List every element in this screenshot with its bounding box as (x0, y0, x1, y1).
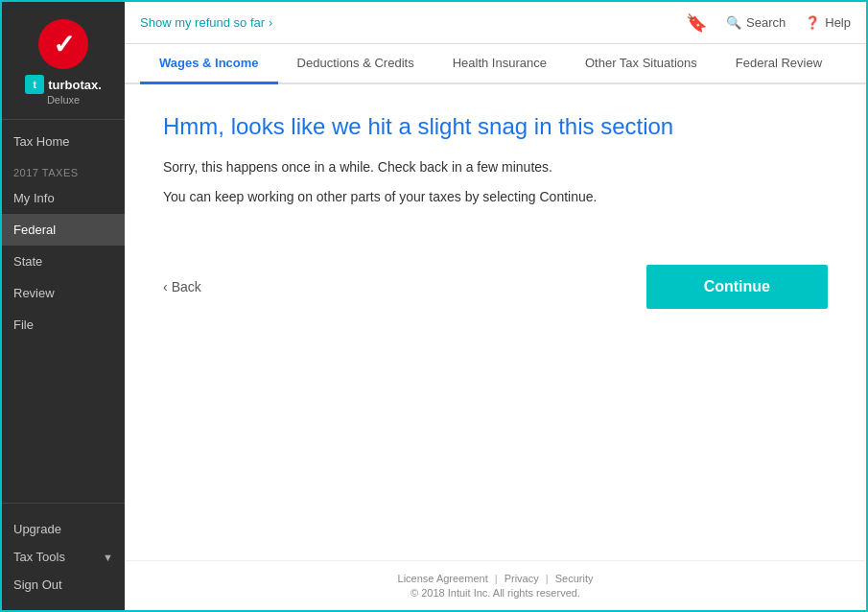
refund-label: Show my refund so far (140, 15, 265, 30)
search-label: Search (746, 15, 786, 30)
footer-sep-1: | (495, 573, 498, 584)
sidebar-bottom: Upgrade Tax Tools ▼ Sign Out (2, 503, 125, 610)
back-label: Back (172, 279, 201, 294)
help-label: Help (825, 15, 851, 30)
tt-logo-icon: t (25, 75, 44, 94)
continue-button[interactable]: Continue (646, 265, 828, 309)
footer: License Agreement | Privacy | Security ©… (125, 560, 866, 610)
tab-wages-income[interactable]: Wages & Income (140, 44, 278, 84)
search-button[interactable]: 🔍 Search (726, 15, 786, 30)
brand-subtitle: Deluxe (47, 94, 80, 106)
footer-copyright: © 2018 Intuit Inc. All rights reserved. (136, 587, 855, 599)
brand-row: t turbotax. (25, 75, 102, 94)
action-row: ‹ Back Continue (163, 265, 828, 309)
sidebar-section-label: 2017 TAXES (2, 157, 125, 182)
error-message-1: Sorry, this happens once in a while. Che… (163, 157, 828, 177)
tab-health-insurance[interactable]: Health Insurance (434, 44, 566, 84)
topbar-actions: 🔖 🔍 Search ❓ Help (686, 12, 851, 34)
back-arrow-icon: ‹ (163, 279, 168, 294)
sidebar-item-upgrade[interactable]: Upgrade (13, 515, 113, 543)
tab-federal-review[interactable]: Federal Review (716, 44, 841, 84)
help-button[interactable]: ❓ Help (805, 15, 851, 30)
footer-sep-2: | (546, 573, 549, 584)
sidebar-item-file[interactable]: File (2, 309, 125, 341)
footer-links: License Agreement | Privacy | Security (136, 573, 855, 584)
chevron-down-icon: ▼ (103, 552, 113, 563)
brand-name: turbotax. (48, 78, 102, 92)
sidebar-item-tax-tools[interactable]: Tax Tools ▼ (13, 543, 113, 571)
refund-link[interactable]: Show my refund so far › (140, 15, 272, 30)
sidebar-item-state[interactable]: State (2, 246, 125, 277)
search-icon: 🔍 (726, 15, 741, 30)
sidebar-item-tax-home[interactable]: Tax Home (2, 126, 125, 157)
check-icon: ✓ (53, 29, 75, 60)
footer-security[interactable]: Security (555, 573, 594, 584)
refund-arrow-icon: › (269, 15, 272, 30)
sidebar-item-review[interactable]: Review (2, 277, 125, 309)
bookmark-icon[interactable]: 🔖 (686, 12, 707, 34)
footer-license[interactable]: License Agreement (398, 573, 488, 584)
back-button[interactable]: ‹ Back (163, 279, 201, 294)
sidebar-logo: ✓ t turbotax. Deluxe (2, 2, 125, 120)
tab-other-tax-situations[interactable]: Other Tax Situations (566, 44, 716, 84)
tab-deductions-credits[interactable]: Deductions & Credits (278, 44, 434, 84)
main-area: Show my refund so far › 🔖 🔍 Search ❓ Hel… (125, 2, 866, 610)
sidebar-nav: Tax Home 2017 TAXES My Info Federal Stat… (2, 120, 125, 503)
sidebar-item-federal[interactable]: Federal (2, 214, 125, 246)
tab-nav: Wages & Income Deductions & Credits Heal… (125, 44, 866, 84)
error-heading: Hmm, looks like we hit a slight snag in … (163, 113, 828, 140)
sidebar-item-my-info[interactable]: My Info (2, 182, 125, 214)
error-message-2: You can keep working on other parts of y… (163, 187, 828, 207)
sidebar: ✓ t turbotax. Deluxe Tax Home 2017 TAXES… (2, 2, 125, 610)
content-area: Hmm, looks like we hit a slight snag in … (125, 84, 866, 560)
topbar: Show my refund so far › 🔖 🔍 Search ❓ Hel… (125, 2, 866, 44)
logo-circle: ✓ (38, 19, 88, 69)
help-icon: ❓ (805, 15, 820, 30)
sidebar-item-sign-out[interactable]: Sign Out (13, 571, 113, 599)
footer-privacy[interactable]: Privacy (504, 573, 539, 584)
